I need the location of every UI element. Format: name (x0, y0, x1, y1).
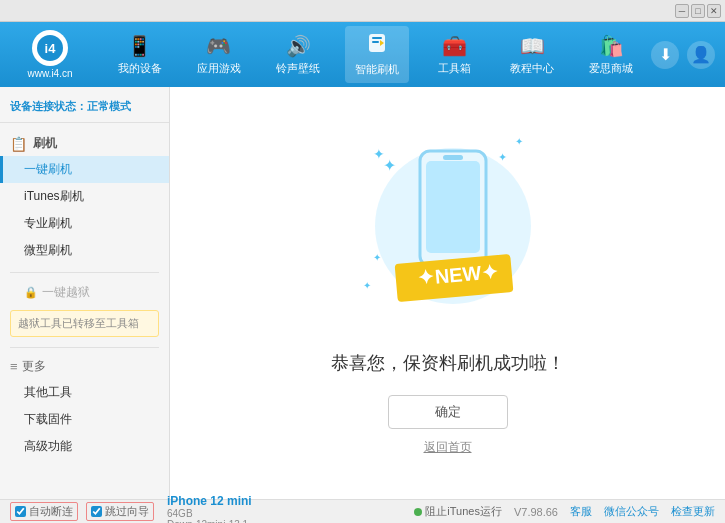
itunes-status-label: 阻止iTunes运行 (425, 504, 502, 519)
main-area: 设备连接状态：正常模式 📋 刷机 一键刷机 iTunes刷机 专业刷机 微型刷机… (0, 87, 725, 499)
logo-icon: i4 (32, 30, 68, 66)
sidebar-item-jailbreak: 🔒 一键越狱 (0, 279, 169, 306)
ringtone-label: 铃声壁纸 (276, 61, 320, 76)
lock-icon: 🔒 (24, 286, 38, 299)
sparkle-icon-3: ✦ (363, 280, 371, 291)
connection-status: 设备连接状态：正常模式 (0, 95, 169, 123)
svg-text:✦: ✦ (373, 252, 381, 263)
status-label: 设备连接状态： (10, 100, 87, 112)
sidebar-item-other-tools[interactable]: 其他工具 (0, 379, 169, 406)
wechat-link[interactable]: 微信公众号 (604, 504, 659, 519)
skip-wizard-input[interactable] (91, 506, 102, 517)
download-button[interactable]: ⬇ (651, 41, 679, 69)
flash-section-icon: 📋 (10, 136, 27, 152)
sidebar-item-micro-flash[interactable]: 微型刷机 (0, 237, 169, 264)
svg-text:✦: ✦ (498, 151, 507, 163)
nav-item-toolbox[interactable]: 🧰 工具箱 (425, 28, 485, 82)
skip-wizard-label: 跳过向导 (105, 504, 149, 519)
success-title: 恭喜您，保资料刷机成功啦！ (331, 351, 565, 375)
sparkle-icon-1: ✦ (373, 146, 385, 162)
support-link[interactable]: 客服 (570, 504, 592, 519)
sidebar-item-advanced[interactable]: 高级功能 (0, 433, 169, 460)
bottom-bar-left: 自动断连 跳过向导 iPhone 12 mini 64GB Down-12min… (10, 494, 404, 524)
my-device-icon: 📱 (127, 34, 152, 58)
sidebar: 设备连接状态：正常模式 📋 刷机 一键刷机 iTunes刷机 专业刷机 微型刷机… (0, 87, 170, 499)
top-nav: i4 www.i4.cn 📱 我的设备 🎮 应用游戏 🔊 铃声壁纸 (0, 22, 725, 87)
logo-text: www.i4.cn (27, 68, 72, 79)
apps-games-icon: 🎮 (206, 34, 231, 58)
nav-item-ringtone[interactable]: 🔊 铃声壁纸 (266, 28, 330, 82)
minimize-button[interactable]: ─ (675, 4, 689, 18)
auto-disconnect-label: 自动断连 (29, 504, 73, 519)
maximize-button[interactable]: □ (691, 4, 705, 18)
auto-disconnect-checkbox[interactable]: 自动断连 (10, 502, 78, 521)
success-illustration: ✦ ✦ ✦ ✦ ✦ ✦ ✦NEW✦ (348, 131, 548, 331)
itunes-status-dot (414, 508, 422, 516)
nav-item-tutorial[interactable]: 📖 教程中心 (500, 28, 564, 82)
more-section-title: ≡ 更多 (0, 354, 169, 379)
device-version: Down-12mini-13,1 (167, 519, 252, 524)
flash-section: 📋 刷机 一键刷机 iTunes刷机 专业刷机 微型刷机 (0, 129, 169, 266)
update-link[interactable]: 检查更新 (671, 504, 715, 519)
smart-flash-label: 智能刷机 (355, 62, 399, 77)
svg-rect-8 (443, 155, 463, 160)
nav-right: ⬇ 👤 (651, 41, 715, 69)
svg-rect-3 (372, 37, 382, 39)
close-button[interactable]: ✕ (707, 4, 721, 18)
bottom-bar: 自动断连 跳过向导 iPhone 12 mini 64GB Down-12min… (0, 499, 725, 523)
nav-item-smart-flash[interactable]: 智能刷机 (345, 26, 409, 83)
svg-rect-4 (372, 41, 379, 43)
smart-flash-icon (366, 32, 388, 59)
nav-item-my-device[interactable]: 📱 我的设备 (108, 28, 172, 82)
toolbox-icon: 🧰 (442, 34, 467, 58)
sparkle-icon-2: ✦ (515, 136, 523, 147)
tutorial-label: 教程中心 (510, 61, 554, 76)
sidebar-item-download-fw[interactable]: 下载固件 (0, 406, 169, 433)
my-device-label: 我的设备 (118, 61, 162, 76)
sidebar-divider-1 (10, 272, 159, 273)
sidebar-item-itunes-flash[interactable]: iTunes刷机 (0, 183, 169, 210)
sidebar-divider-2 (10, 347, 159, 348)
sidebar-item-pro-flash[interactable]: 专业刷机 (0, 210, 169, 237)
more-icon: ≡ (10, 359, 18, 374)
auto-disconnect-input[interactable] (15, 506, 26, 517)
status-value: 正常模式 (87, 100, 131, 112)
logo[interactable]: i4 www.i4.cn (10, 30, 90, 79)
tutorial-icon: 📖 (520, 34, 545, 58)
confirm-button[interactable]: 确定 (388, 395, 508, 429)
device-name: iPhone 12 mini (167, 494, 252, 508)
itunes-status: 阻止iTunes运行 (414, 504, 502, 519)
jailbreak-warning: 越狱工具已转移至工具箱 (10, 310, 159, 337)
skip-wizard-checkbox[interactable]: 跳过向导 (86, 502, 154, 521)
version-label: V7.98.66 (514, 506, 558, 518)
back-link[interactable]: 返回首页 (424, 439, 472, 456)
vip-store-icon: 🛍️ (599, 34, 624, 58)
flash-section-title: 📋 刷机 (0, 131, 169, 156)
toolbox-label: 工具箱 (438, 61, 471, 76)
nav-items: 📱 我的设备 🎮 应用游戏 🔊 铃声壁纸 智能刷机 🧰 工具箱 (100, 26, 651, 83)
ringtone-icon: 🔊 (286, 34, 311, 58)
svg-text:i4: i4 (45, 41, 57, 56)
sidebar-item-one-click-flash[interactable]: 一键刷机 (0, 156, 169, 183)
device-info: iPhone 12 mini 64GB Down-12mini-13,1 (167, 494, 252, 524)
title-bar: ─ □ ✕ (0, 0, 725, 22)
device-storage: 64GB (167, 508, 252, 519)
nav-item-vip-store[interactable]: 🛍️ 爱思商城 (579, 28, 643, 82)
bottom-bar-right: 阻止iTunes运行 V7.98.66 客服 微信公众号 检查更新 (414, 504, 715, 519)
apps-games-label: 应用游戏 (197, 61, 241, 76)
nav-item-apps-games[interactable]: 🎮 应用游戏 (187, 28, 251, 82)
user-button[interactable]: 👤 (687, 41, 715, 69)
svg-rect-7 (426, 161, 480, 253)
content-area: ✦ ✦ ✦ ✦ ✦ ✦ ✦NEW✦ (170, 87, 725, 499)
vip-store-label: 爱思商城 (589, 61, 633, 76)
